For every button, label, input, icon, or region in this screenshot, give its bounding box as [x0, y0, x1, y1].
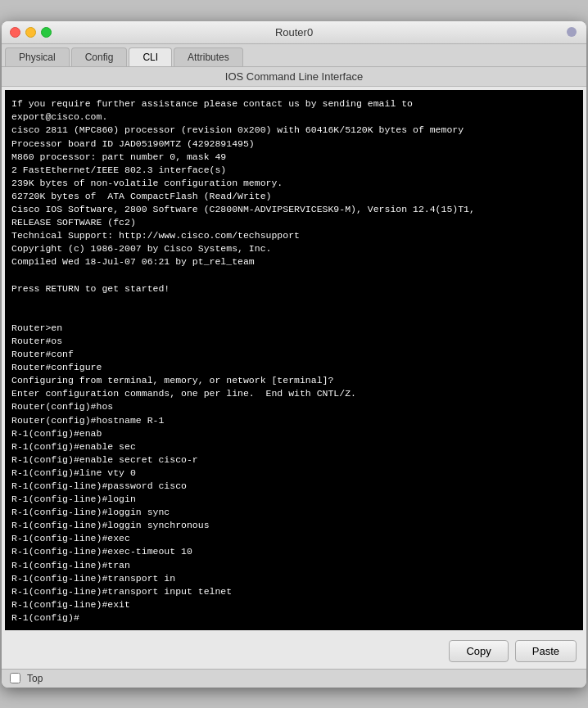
tab-attributes[interactable]: Attributes: [174, 47, 243, 66]
minimize-button[interactable]: [25, 27, 36, 38]
tab-config[interactable]: Config: [71, 47, 128, 66]
top-checkbox[interactable]: [10, 673, 20, 683]
main-window: Router0 Physical Config CLI Attributes I…: [2, 21, 586, 688]
maximize-button[interactable]: [41, 27, 52, 38]
traffic-lights: [10, 27, 52, 38]
tab-cli[interactable]: CLI: [129, 47, 172, 66]
title-bar: Router0: [2, 21, 586, 44]
bottom-bar: Top: [2, 669, 586, 688]
tabs-bar: Physical Config CLI Attributes: [2, 44, 586, 67]
top-label: Top: [27, 673, 43, 684]
paste-button[interactable]: Paste: [515, 640, 577, 662]
window-title: Router0: [275, 26, 313, 38]
terminal-output[interactable]: importers, exporters, distributors and u…: [5, 90, 583, 630]
status-indicator: [567, 27, 577, 37]
close-button[interactable]: [10, 27, 20, 38]
section-header: IOS Command Line Interface: [2, 67, 586, 87]
button-row: Copy Paste: [2, 634, 586, 669]
copy-button[interactable]: Copy: [449, 640, 508, 662]
tab-physical[interactable]: Physical: [5, 47, 70, 66]
terminal-wrapper: importers, exporters, distributors and u…: [5, 90, 583, 630]
